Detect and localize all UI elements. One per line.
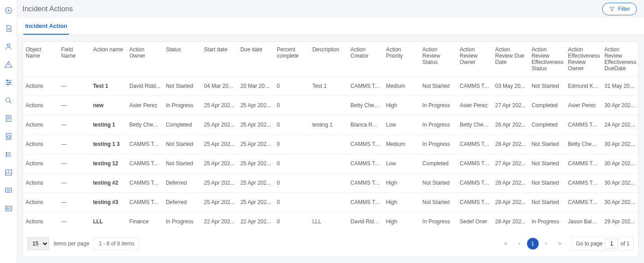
cell-rdue: 27 Apr 202... (492, 96, 529, 115)
page-last-button[interactable] (554, 238, 566, 249)
table-row[interactable]: Actions—testing 1Betty Cheo...Completed2… (23, 115, 638, 135)
page-size-select[interactable]: 15 (27, 237, 49, 250)
cell-effowner: Asier Perez (565, 96, 602, 115)
table-row[interactable]: Actions—Test 1David Ridd...Not Started04… (23, 77, 638, 96)
alert-icon[interactable] (4, 59, 14, 69)
filter-button[interactable]: Filter (602, 3, 637, 15)
cell-effowner: CAMMS Tes... (565, 173, 602, 193)
goto-page-input[interactable] (605, 239, 618, 249)
column-header[interactable]: Action Owner (127, 42, 163, 77)
cell-effdue: 24 Apr 202... (602, 115, 638, 135)
column-header[interactable]: Action name (90, 42, 127, 77)
cell-field: — (59, 193, 90, 212)
column-header[interactable]: Action Review Due Date (492, 42, 529, 77)
cell-rowner: CAMMS Tes... (457, 135, 492, 154)
column-header[interactable]: Action Effectiveness Review Owner (565, 42, 602, 77)
page-first-button[interactable] (500, 238, 512, 249)
items-range: 1 - 8 of 8 items (94, 237, 139, 250)
cell-effdue: 30 Apr 202... (602, 96, 638, 115)
cell-effdue: 30 Apr 202... (602, 173, 638, 193)
cell-effstatus: Not Started (529, 135, 565, 154)
cell-start: 25 Apr 202... (201, 173, 238, 193)
column-header[interactable]: Start date (201, 42, 238, 77)
cell-effdue: 30 Apr 202... (602, 193, 638, 212)
cell-status: Not Started (163, 77, 201, 96)
column-header[interactable]: Due date (238, 42, 274, 77)
cell-effstatus: Completed (529, 96, 565, 115)
column-header[interactable]: Field Name (59, 42, 90, 77)
file-icon[interactable] (4, 113, 14, 123)
cell-pct: 0 (274, 212, 310, 231)
cell-owner: CAMMS Tes... (127, 154, 163, 173)
tab-incident-action[interactable]: Incident Action (23, 18, 69, 35)
document-icon[interactable] (4, 23, 14, 33)
cell-effstatus: Not Started (529, 193, 565, 212)
search-icon[interactable] (4, 95, 14, 105)
chart-icon[interactable] (4, 168, 14, 177)
sidebar (0, 0, 17, 263)
table-row[interactable]: Actions—testing #2CAMMS Tes...Deferred25… (23, 173, 638, 193)
page-prev-button[interactable] (513, 238, 525, 249)
cell-rdue: 28 Apr 202... (492, 135, 529, 154)
cell-priority: Medium (383, 77, 420, 96)
table-row[interactable]: Actions—LLLFinanceIn Progress22 Apr 202.… (23, 212, 638, 231)
list-icon[interactable] (4, 150, 14, 159)
column-header[interactable]: Action Review Status (420, 42, 457, 77)
cell-priority: High (383, 212, 420, 231)
table-row[interactable]: Actions—newAsier PerezIn Progress25 Apr … (23, 96, 638, 115)
table-row[interactable]: Actions—testing 1 3CAMMS Tes...Not Start… (23, 135, 638, 154)
svg-point-24 (6, 154, 7, 155)
screen-icon[interactable] (4, 186, 14, 195)
add-icon[interactable] (4, 5, 14, 15)
cell-desc: Test 1 (310, 77, 348, 96)
cell-priority: Low (383, 154, 420, 173)
column-header[interactable]: Action Review Owner (457, 42, 492, 77)
cell-rstatus: Not Started (420, 77, 457, 96)
cell-rdue: 27 Apr 202... (492, 154, 529, 173)
settings-icon[interactable] (4, 77, 14, 87)
cell-priority: High (383, 193, 420, 212)
column-header[interactable]: Action Review Effectiveness DueDate (602, 42, 638, 77)
items-per-page-label: items per page (54, 240, 89, 247)
page-next-button[interactable] (540, 238, 552, 249)
cell-effstatus: Not Started (529, 173, 565, 193)
cell-priority: High (383, 96, 420, 115)
cell-field: — (59, 135, 90, 154)
column-header[interactable]: Status (163, 42, 201, 77)
table-row[interactable]: Actions—testing #3CAMMS Tes...Deferred25… (23, 193, 638, 212)
cell-desc (310, 193, 348, 212)
id-icon[interactable] (4, 204, 14, 213)
page-title: Incident Actions (23, 5, 73, 13)
column-header[interactable]: Percent complete (274, 42, 310, 77)
cell-due: 20 Mar 202... (238, 77, 274, 96)
cell-rdue: 28 Apr 202... (492, 193, 529, 212)
cell-rdue: 03 May 20... (492, 77, 529, 96)
report-icon[interactable] (4, 132, 14, 141)
cell-rowner: Betty Cheo... (457, 115, 492, 135)
cell-priority: High (383, 173, 420, 193)
cell-start: 25 Apr 202... (201, 115, 238, 135)
filter-icon (609, 6, 615, 12)
cell-object: Actions (23, 77, 59, 96)
current-page[interactable]: 1 (527, 238, 539, 249)
cell-rstatus: In Progress (420, 96, 457, 115)
cell-effowner: Jason Baldrey (565, 212, 602, 231)
column-header[interactable]: Object Name (23, 42, 59, 77)
cell-pct: 0 (274, 77, 310, 96)
user-icon[interactable] (4, 41, 14, 51)
column-header[interactable]: Description (310, 42, 348, 77)
cell-desc: LLL (310, 212, 348, 231)
cell-rowner: CAMMS Tes... (457, 154, 492, 173)
cell-name: testing #2 (90, 173, 127, 193)
cell-effowner: Betty Cheo... (565, 135, 602, 154)
cell-pct: 0 (274, 193, 310, 212)
cell-object: Actions (23, 173, 59, 193)
cell-creator: David Ridd... (348, 212, 383, 231)
column-header[interactable]: Action Review Effectiveness Status (529, 42, 565, 77)
cell-effstatus: Not Started (529, 154, 565, 173)
column-header[interactable]: Action Creator (348, 42, 383, 77)
table-row[interactable]: Actions—testing 12CAMMS Tes...Not Starte… (23, 154, 638, 173)
cell-start: 25 Apr 202... (201, 135, 238, 154)
goto-label: Go to page (576, 240, 603, 247)
column-header[interactable]: Action Priority (383, 42, 420, 77)
